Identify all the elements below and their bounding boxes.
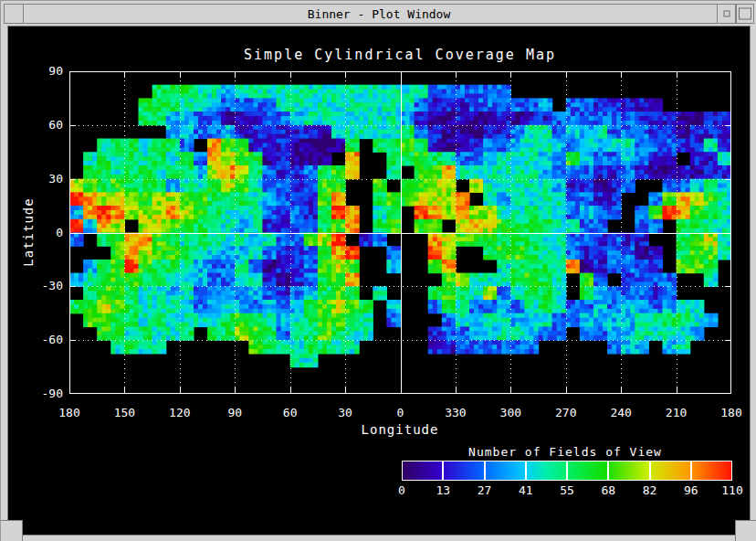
colorbar-tick-label: 27 bbox=[478, 483, 492, 497]
coverage-map-canvas bbox=[69, 71, 731, 394]
x-tick-label: 210 bbox=[666, 406, 687, 419]
chart-title: Simple Cylindrical Coverage Map bbox=[244, 47, 556, 63]
y-tick-label: -30 bbox=[23, 279, 63, 292]
colorbar-tick-label: 82 bbox=[643, 483, 657, 497]
x-tick-label: 180 bbox=[720, 406, 741, 419]
colorbar-title: Number of Fields of View bbox=[468, 445, 662, 459]
x-tick-label: 240 bbox=[610, 406, 631, 419]
maximize-button[interactable] bbox=[736, 4, 754, 24]
colorbar-tick-label: 13 bbox=[436, 483, 450, 497]
x-tick-label: 0 bbox=[397, 406, 404, 419]
x-tick-label: 150 bbox=[114, 406, 135, 419]
minimize-button[interactable] bbox=[717, 4, 736, 24]
x-tick-label: 270 bbox=[555, 406, 576, 419]
y-tick-label: 90 bbox=[23, 64, 63, 78]
colorbar bbox=[402, 461, 732, 481]
maximize-icon bbox=[739, 8, 751, 20]
x-tick-label: 300 bbox=[500, 406, 521, 419]
x-tick-label: 90 bbox=[227, 406, 242, 419]
colorbar-tick-label: 55 bbox=[560, 483, 574, 497]
resize-handle-bottom-left[interactable] bbox=[1, 520, 23, 541]
colorbar-tick-label: 41 bbox=[519, 483, 533, 497]
x-tick-label: 180 bbox=[58, 406, 79, 419]
x-tick-label: 120 bbox=[169, 406, 190, 419]
y-tick-label: 30 bbox=[23, 172, 63, 186]
window-title: Binner - Plot Window bbox=[308, 7, 451, 21]
colorbar-tick-label: 96 bbox=[684, 483, 698, 497]
window-menu-button[interactable] bbox=[4, 4, 24, 24]
x-tick-label: 330 bbox=[445, 406, 466, 419]
minimize-icon bbox=[723, 11, 730, 17]
x-axis-label: Longitude bbox=[362, 422, 439, 437]
x-tick-label: 60 bbox=[283, 406, 298, 419]
x-tick-label: 30 bbox=[338, 406, 352, 419]
resize-handle-bottom-right[interactable] bbox=[735, 520, 756, 541]
y-tick-label: 60 bbox=[23, 118, 63, 132]
y-tick-label: -90 bbox=[23, 387, 63, 400]
plot-window: Binner - Plot Window Simple Cylindrical … bbox=[0, 0, 756, 541]
colorbar-tick-label: 68 bbox=[601, 483, 615, 497]
title-bar[interactable]: Binner - Plot Window bbox=[4, 4, 754, 24]
y-tick-label: 0 bbox=[23, 226, 63, 239]
y-tick-label: -60 bbox=[23, 333, 63, 346]
colorbar-tick-label: 0 bbox=[398, 483, 405, 497]
colorbar-tick-label: 110 bbox=[721, 483, 742, 497]
